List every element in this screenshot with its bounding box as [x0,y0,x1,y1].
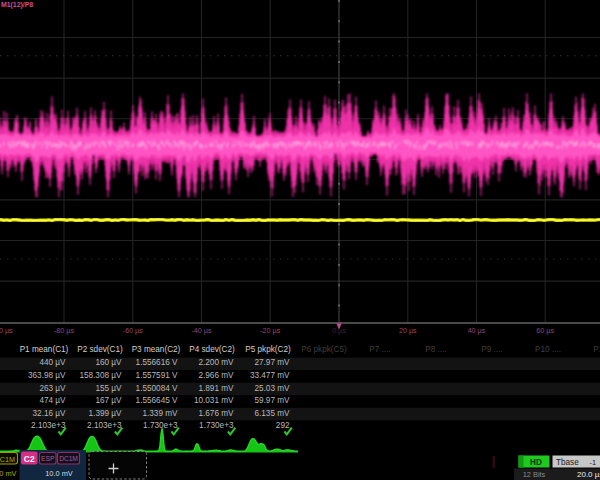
svg-text:ESP: ESP [41,455,55,462]
svg-text:1.730e+3: 1.730e+3 [199,421,234,430]
svg-text:Tbase: Tbase [556,458,579,467]
svg-text:C2: C2 [24,454,35,464]
svg-text:DC1M: DC1M [0,455,15,464]
svg-text:60 µs: 60 µs [536,326,554,335]
svg-text:-100 µs: -100 µs [0,326,13,335]
svg-text:40 µs: 40 µs [468,326,486,335]
svg-text:363.98 µV: 363.98 µV [28,371,66,380]
svg-text:33.477 mV: 33.477 mV [250,371,290,380]
svg-text:2.103e+3: 2.103e+3 [87,421,122,430]
svg-text:P6 pkpk(C5): P6 pkpk(C5) [301,345,347,354]
svg-text:P5 pkpk(C2): P5 pkpk(C2) [245,345,291,354]
svg-text:2.200 mV: 2.200 mV [198,358,234,367]
svg-text:20.0 µs/: 20.0 µs/ [577,470,600,479]
svg-text:32.16 µV: 32.16 µV [33,409,66,418]
svg-text:P2 sdev(C1): P2 sdev(C1) [77,345,123,354]
svg-text:25.03 mV: 25.03 mV [254,384,290,393]
svg-text:-80 µs: -80 µs [54,326,75,335]
svg-text:20 µs: 20 µs [399,326,417,335]
svg-text:-60 µs: -60 µs [123,326,144,335]
svg-text:440 µV: 440 µV [39,358,66,367]
svg-text:P4 sdev(C2): P4 sdev(C2) [189,345,235,354]
svg-text:P1 mean(C1): P1 mean(C1) [20,345,69,354]
svg-text:12 Bits: 12 Bits [523,470,546,479]
svg-text:1.557591 V: 1.557591 V [136,371,178,380]
svg-text:P9 ....: P9 .... [481,345,502,354]
svg-text:P10 ....: P10 .... [535,345,561,354]
svg-text:474 µV: 474 µV [39,396,66,405]
svg-text:167 µV: 167 µV [95,396,122,405]
svg-text:59.97 mV: 59.97 mV [254,396,290,405]
svg-text:2.966 mV: 2.966 mV [198,371,234,380]
svg-text:1.556616 V: 1.556616 V [136,358,178,367]
svg-text:DC1M: DC1M [59,455,78,462]
svg-text:158.308 µV: 158.308 µV [79,371,122,380]
svg-text:1.891 mV: 1.891 mV [198,384,234,393]
svg-text:10.031 mV: 10.031 mV [194,396,234,405]
svg-text:1.730e+3: 1.730e+3 [143,421,178,430]
svg-text:1.676 mV: 1.676 mV [198,409,234,418]
svg-text:263 µV: 263 µV [39,384,66,393]
svg-text:-40 µs: -40 µs [191,326,212,335]
svg-text:10.0 mV: 10.0 mV [45,469,73,478]
svg-text:27.97 mV: 27.97 mV [254,358,290,367]
svg-text:P7 ....: P7 .... [369,345,390,354]
svg-text:6.135 mV: 6.135 mV [254,409,290,418]
svg-text:M1(12)/P8: M1(12)/P8 [1,1,33,9]
svg-text:292: 292 [276,421,290,430]
svg-text:-1: -1 [589,458,596,467]
svg-text:160 µV: 160 µV [95,358,122,367]
svg-text:155 µV: 155 µV [95,384,122,393]
svg-text:1.339 mV: 1.339 mV [142,409,178,418]
svg-text:P1 ....: P1 .... [593,345,600,354]
svg-text:2.103e+3: 2.103e+3 [31,421,66,430]
svg-text:HD: HD [530,458,542,467]
svg-text:-20 µs: -20 µs [260,326,281,335]
svg-text:P8 ....: P8 .... [425,345,446,354]
svg-text:1.399 µV: 1.399 µV [89,409,122,418]
svg-text:1.556645 V: 1.556645 V [136,396,178,405]
svg-text:10.0 mV: 10.0 mV [0,469,17,478]
svg-text:P3 mean(C2): P3 mean(C2) [132,345,181,354]
svg-text:1.550084 V: 1.550084 V [136,384,178,393]
